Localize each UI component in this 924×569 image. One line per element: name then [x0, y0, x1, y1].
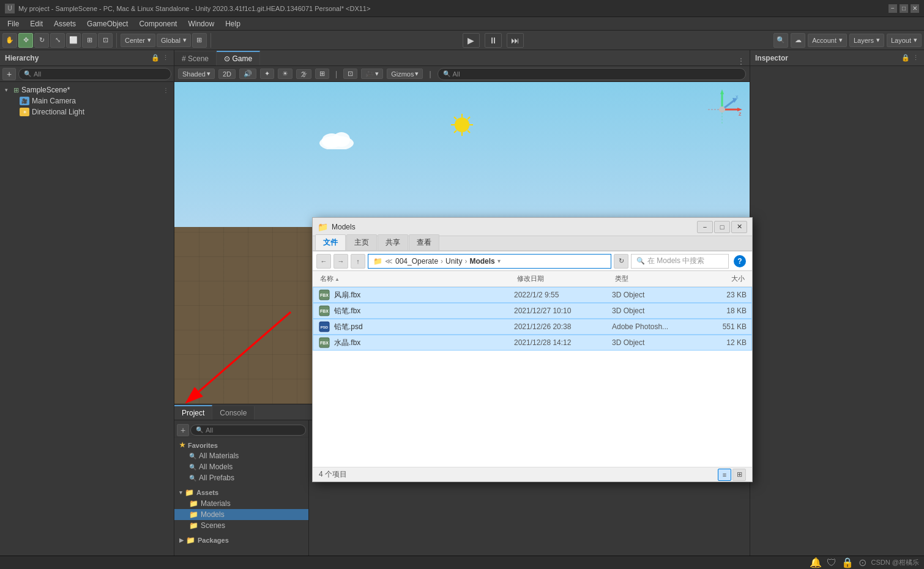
exp-up-button[interactable]: ↑ [351, 254, 365, 269]
step-button[interactable]: ⏭ [507, 33, 524, 48]
statusbar-icon3[interactable]: 🔒 [841, 557, 854, 568]
project-tab[interactable]: Project [174, 405, 212, 420]
game-tab[interactable]: ⊙ Game [217, 51, 260, 65]
inspector-menu-icon[interactable]: ⋮ [912, 54, 919, 62]
rotate-tool-button[interactable]: ↻ [34, 33, 49, 48]
scene-toolbar-btn2[interactable]: 🌫 [296, 69, 311, 79]
scene-search[interactable]: 🔍 All [438, 68, 746, 80]
col-header-name[interactable]: 名称▲ [318, 274, 515, 283]
explorer-close-button[interactable]: ✕ [731, 221, 747, 233]
inspector-title: Inspector [755, 54, 788, 62]
hierarchy-search[interactable]: 🔍 All [18, 68, 171, 80]
hierarchy-menu-icon[interactable]: ⋮ [162, 54, 169, 62]
menu-edit[interactable]: Edit [25, 18, 48, 29]
scale-tool-button[interactable]: ⤡ [50, 33, 65, 48]
all-materials-item[interactable]: 🔍 All Materials [174, 450, 308, 461]
close-button[interactable]: ✕ [911, 4, 919, 13]
all-prefabs-item[interactable]: 🔍 All Prefabs [174, 472, 308, 483]
models-folder-item[interactable]: 📁 Models [174, 509, 308, 520]
menu-gameobject[interactable]: GameObject [82, 18, 133, 29]
menu-window[interactable]: Window [183, 18, 219, 29]
exp-tab-file[interactable]: 文件 [315, 234, 346, 250]
materials-folder-item[interactable]: 📁 Materials [174, 498, 308, 509]
exp-tab-home[interactable]: 主页 [346, 234, 377, 250]
scene-tabs-options[interactable]: ⋮ [732, 57, 750, 65]
shading-dropdown[interactable]: Shaded ▾ [178, 69, 215, 79]
menu-assets[interactable]: Assets [49, 18, 81, 29]
explorer-maximize-button[interactable]: □ [714, 221, 730, 233]
scene-menu-icon[interactable]: ⋮ [163, 87, 169, 94]
statusbar-icon4[interactable]: ⊙ [859, 557, 866, 568]
explorer-titlebar: 📁 Models − □ ✕ [313, 218, 752, 236]
gizmos-dropdown[interactable]: Gizmos ▾ [387, 69, 423, 79]
col-header-date[interactable]: 修改日期 [515, 274, 613, 283]
hierarchy-add-button[interactable]: + [2, 68, 16, 80]
minimize-button[interactable]: − [889, 4, 897, 13]
effects-button[interactable]: ✦ [260, 69, 274, 79]
file-row-fengshan[interactable]: FBX 风扇.fbx 2022/1/2 9:55 3D Object 23 KB [313, 287, 752, 303]
explorer-path[interactable]: 📁 ≪ 004_Operate › Unity › Models ▾ [368, 254, 611, 269]
path-segment-models[interactable]: Models [469, 257, 494, 266]
hand-tool-button[interactable]: ✋ [2, 33, 17, 48]
all-models-item[interactable]: 🔍 All Models [174, 461, 308, 472]
file-row-qianbi-fbx[interactable]: FBX 铅笔.fbx 2021/12/27 10:10 3D Object 18… [313, 303, 752, 319]
scene-toolbar-btn3[interactable]: ⊞ [315, 69, 329, 79]
layers-dropdown[interactable]: Layers ▾ [849, 34, 884, 47]
play-button[interactable]: ▶ [463, 33, 480, 48]
menu-file[interactable]: File [2, 18, 24, 29]
center-dropdown[interactable]: Center ▾ [121, 34, 155, 47]
maximize-button[interactable]: □ [900, 4, 908, 13]
move-tool-button[interactable]: ✥ [18, 33, 33, 48]
inspector-lock-icon[interactable]: 🔒 [901, 54, 910, 62]
pause-button[interactable]: ⏸ [485, 33, 502, 48]
layout-dropdown[interactable]: Layout ▾ [887, 34, 922, 47]
menu-help[interactable]: Help [220, 18, 245, 29]
hierarchy-lock-icon[interactable]: 🔒 [151, 54, 160, 62]
gizmo-widget[interactable]: z x [701, 88, 743, 131]
packages-folder-icon: 📁 [186, 536, 195, 545]
wireframe-button[interactable]: ⊡ [343, 69, 357, 79]
scene-tabs: # Scene ⊙ Game ⋮ [174, 50, 750, 66]
path-segment-operate[interactable]: 004_Operate [395, 257, 438, 266]
camera-dropdown[interactable]: 🎥 ▾ [361, 69, 383, 79]
statusbar-icon1[interactable]: 🔔 [810, 557, 822, 568]
file-row-shuijing[interactable]: FBX 水晶.fbx 2021/12/28 14:12 3D Object 12… [313, 335, 752, 351]
global-dropdown[interactable]: Global ▾ [157, 34, 191, 47]
path-segment-unity[interactable]: Unity [445, 257, 462, 266]
transform-tool-button[interactable]: ⊞ [82, 33, 97, 48]
account-dropdown[interactable]: Account ▾ [808, 34, 847, 47]
2d-button[interactable]: 2D [218, 69, 236, 79]
explorer-minimize-button[interactable]: − [697, 221, 713, 233]
audio-button[interactable]: 🔊 [239, 69, 256, 79]
exp-grid-view-button[interactable]: ⊞ [732, 469, 746, 481]
exp-tab-view[interactable]: 查看 [409, 234, 439, 250]
exp-list-view-button[interactable]: ≡ [718, 469, 731, 481]
col-header-type[interactable]: 类型 [613, 274, 698, 283]
psd-icon-qianbi: PSD [318, 321, 330, 333]
scene-sky [174, 82, 750, 227]
hierarchy-camera-item[interactable]: 🎥 Main Camera [0, 95, 174, 106]
rect-tool-button[interactable]: ⬜ [66, 33, 81, 48]
project-add-button[interactable]: + [177, 424, 189, 436]
scene-toolbar-btn1[interactable]: ☀ [278, 69, 292, 79]
hierarchy-light-item[interactable]: ☀ Directional Light [0, 106, 174, 117]
scene-tab[interactable]: # Scene [174, 52, 217, 65]
statusbar-icon2[interactable]: 🛡 [827, 557, 836, 568]
cloud-button[interactable]: ☁ [791, 33, 805, 48]
scenes-folder-item[interactable]: 📁 Scenes [174, 520, 308, 531]
exp-refresh-button[interactable]: ↻ [614, 254, 628, 269]
exp-help-button[interactable]: ? [731, 255, 748, 267]
search-button[interactable]: 🔍 [773, 33, 788, 48]
exp-tab-share[interactable]: 共享 [378, 234, 408, 250]
menu-component[interactable]: Component [134, 18, 182, 29]
project-search[interactable]: 🔍 All [190, 425, 306, 436]
file-row-qianbi-psd[interactable]: PSD 铅笔.psd 2021/12/26 20:38 Adobe Photos… [313, 319, 752, 335]
custom-tool-button[interactable]: ⊡ [98, 33, 113, 48]
col-header-size[interactable]: 大小 [698, 274, 747, 283]
exp-back-button[interactable]: ← [316, 254, 331, 269]
console-tab[interactable]: Console [212, 406, 255, 420]
explorer-search-box[interactable]: 🔍 在 Models 中搜索 [631, 254, 729, 269]
grid-button[interactable]: ⊞ [192, 33, 207, 48]
exp-forward-button[interactable]: → [333, 254, 348, 269]
hierarchy-scene-item[interactable]: ▾ ⊞ SampleScene* ⋮ [0, 84, 174, 95]
